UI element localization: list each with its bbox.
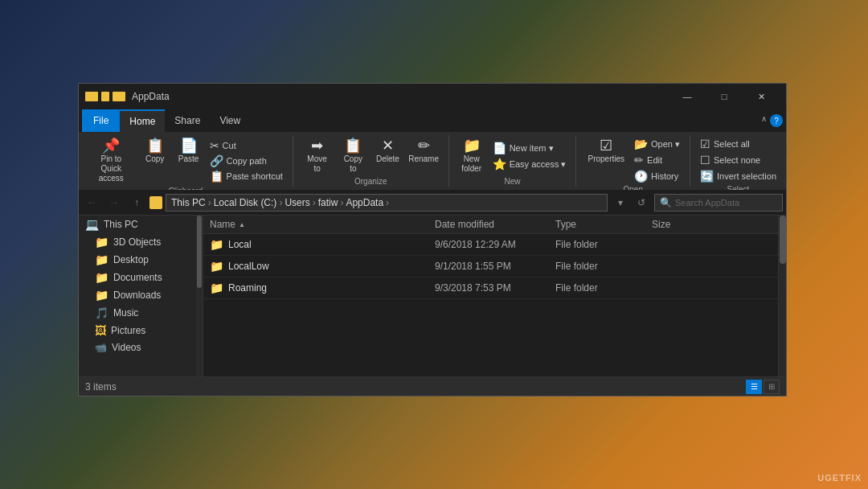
minimize-button[interactable]: — xyxy=(669,84,706,109)
search-box[interactable]: 🔍 Search AppData xyxy=(654,194,783,212)
documents-icon: 📁 xyxy=(95,271,108,284)
col-header-name[interactable]: Name ▲ xyxy=(210,219,435,230)
dropdown-button[interactable]: ▾ xyxy=(611,193,630,212)
easy-access-button[interactable]: ⭐ Easy access ▾ xyxy=(489,157,570,171)
select-all-icon: ☑ xyxy=(700,138,710,150)
sidebar-scrollbar[interactable] xyxy=(196,216,203,376)
up-button[interactable]: ↑ xyxy=(127,193,146,212)
ribbon-group-open: ☑ Properties 📂 Open ▾ ✏ Edit 🕐 History xyxy=(576,135,690,187)
window-icon-1 xyxy=(85,92,98,101)
table-row[interactable]: 📁 Local 9/6/2018 12:29 AM File folder xyxy=(203,234,778,256)
pictures-icon: 🖼 xyxy=(95,324,106,337)
file-type-roaming: File folder xyxy=(555,282,652,294)
move-to-button[interactable]: ➡ Move to xyxy=(300,137,334,175)
path-local-disk[interactable]: Local Disk (C:) xyxy=(214,197,277,208)
help-icon[interactable]: ? xyxy=(770,114,783,127)
move-icon: ➡ xyxy=(311,138,323,153)
sidebar-item-downloads[interactable]: 📁 Downloads xyxy=(79,286,203,304)
sidebar-item-desktop[interactable]: 📁 Desktop xyxy=(79,251,203,269)
paste-button[interactable]: 📄 Paste xyxy=(173,137,205,185)
music-label: Music xyxy=(113,307,138,318)
copy-icon: 📋 xyxy=(146,138,164,153)
large-icons-view-button[interactable]: ⊞ xyxy=(764,380,780,394)
documents-label: Documents xyxy=(113,272,162,283)
new-folder-button[interactable]: 📁 New folder xyxy=(456,137,488,175)
sidebar-item-3d-objects[interactable]: 📁 3D Objects xyxy=(79,233,203,251)
sidebar-item-videos[interactable]: 📹 Videos xyxy=(79,339,203,355)
path-appdata[interactable]: AppData xyxy=(346,197,383,208)
paste-shortcut-button[interactable]: 📋 Paste shortcut xyxy=(207,169,286,183)
tab-home[interactable]: Home xyxy=(120,109,165,132)
open-button[interactable]: 📂 Open ▾ xyxy=(631,137,683,151)
col-header-size[interactable]: Size xyxy=(652,219,772,230)
path-fatiw[interactable]: fatiw xyxy=(318,197,338,208)
file-list: Name ▲ Date modified Type Size 📁 Local 9… xyxy=(203,216,778,376)
table-row[interactable]: 📁 LocalLow 9/1/2018 1:55 PM File folder xyxy=(203,256,778,277)
path-sep-1: › xyxy=(208,197,211,208)
pin-icon: 📌 xyxy=(102,138,120,153)
history-button[interactable]: 🕐 History xyxy=(631,169,683,183)
organize-buttons: ➡ Move to 📋 Copy to ✕ Delete ✏ Rename xyxy=(300,137,442,175)
tab-file[interactable]: File xyxy=(82,109,120,132)
sidebar-item-this-pc[interactable]: 💻 This PC xyxy=(79,216,203,233)
select-all-button[interactable]: ☑ Select all xyxy=(697,137,753,151)
select-none-button[interactable]: ☐ Select none xyxy=(697,153,764,167)
refresh-button[interactable]: ↺ xyxy=(632,193,651,212)
properties-button[interactable]: ☑ Properties xyxy=(583,137,629,166)
address-bar: ← → ↑ This PC › Local Disk (C:) › Users … xyxy=(79,190,786,216)
collapse-arrow-icon[interactable]: ∧ xyxy=(761,114,767,127)
back-button[interactable]: ← xyxy=(82,193,101,212)
file-name-locallow: 📁 LocalLow xyxy=(210,260,435,273)
history-icon: 🕐 xyxy=(634,170,648,183)
copy-path-button[interactable]: 🔗 Copy path xyxy=(207,154,286,168)
copy-button[interactable]: 📋 Copy xyxy=(139,137,171,185)
3d-objects-icon: 📁 xyxy=(95,236,108,249)
invert-selection-button[interactable]: 🔄 Invert selection xyxy=(697,169,780,183)
desktop-icon: 📁 xyxy=(95,253,108,266)
videos-label: Videos xyxy=(112,342,141,353)
pictures-label: Pictures xyxy=(111,325,145,336)
path-users[interactable]: Users xyxy=(285,197,309,208)
new-item-button[interactable]: 📄 New item ▾ xyxy=(489,141,570,155)
file-name-roaming: 📁 Roaming xyxy=(210,281,435,294)
clipboard-buttons: 📌 Pin to Quick access 📋 Copy 📄 Paste ✂ xyxy=(85,137,286,185)
tab-share[interactable]: Share xyxy=(165,109,210,132)
sidebar: 💻 This PC 📁 3D Objects 📁 Desktop 📁 Docum… xyxy=(79,216,203,376)
sidebar-item-documents[interactable]: 📁 Documents xyxy=(79,269,203,286)
this-pc-icon: 💻 xyxy=(85,218,99,231)
edit-button[interactable]: ✏ Edit xyxy=(631,153,683,167)
col-header-type[interactable]: Type xyxy=(555,219,652,230)
sidebar-item-music[interactable]: 🎵 Music xyxy=(79,304,203,322)
file-list-scrollbar[interactable] xyxy=(778,216,786,376)
title-bar-controls: — □ ✕ xyxy=(669,84,780,109)
copy-to-button[interactable]: 📋 Copy to xyxy=(336,137,370,175)
tab-view[interactable]: View xyxy=(210,109,250,132)
folder-icon: 📁 xyxy=(210,238,223,251)
pin-to-quick-access-button[interactable]: 📌 Pin to Quick access xyxy=(85,137,137,185)
cut-button[interactable]: ✂ Cut xyxy=(207,138,286,153)
file-date-locallow: 9/1/2018 1:55 PM xyxy=(435,261,555,272)
title-bar: AppData — □ ✕ xyxy=(79,84,786,109)
file-type-locallow: File folder xyxy=(555,261,652,272)
table-row[interactable]: 📁 Roaming 9/3/2018 7:53 PM File folder xyxy=(203,277,778,299)
close-button[interactable]: ✕ xyxy=(743,84,780,109)
rename-button[interactable]: ✏ Rename xyxy=(405,137,441,166)
ribbon-collapse: ∧ ? xyxy=(761,114,783,127)
file-date-local: 9/6/2018 12:29 AM xyxy=(435,239,555,250)
forward-button[interactable]: → xyxy=(104,193,124,212)
watermark: UGETFIX xyxy=(817,473,862,483)
desktop-label: Desktop xyxy=(113,254,149,265)
title-bar-icons xyxy=(85,92,125,101)
scroll-thumb xyxy=(780,216,786,264)
window-title: AppData xyxy=(132,91,669,102)
file-list-header: Name ▲ Date modified Type Size xyxy=(203,216,778,234)
sidebar-item-pictures[interactable]: 🖼 Pictures xyxy=(79,322,203,339)
delete-button[interactable]: ✕ Delete xyxy=(371,137,403,166)
path-this-pc[interactable]: This PC xyxy=(171,197,206,208)
col-header-date[interactable]: Date modified xyxy=(435,219,555,230)
address-path[interactable]: This PC › Local Disk (C:) › Users › fati… xyxy=(166,194,608,212)
path-sep-3: › xyxy=(313,197,316,208)
maximize-button[interactable]: □ xyxy=(706,84,743,109)
details-view-button[interactable]: ☰ xyxy=(746,380,762,394)
sort-arrow-icon: ▲ xyxy=(239,221,245,228)
